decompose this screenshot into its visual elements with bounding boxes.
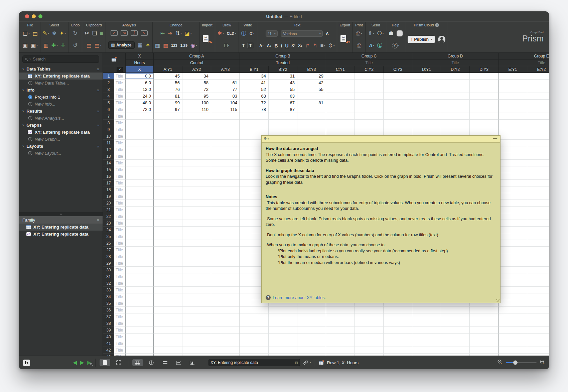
cell[interactable]: [154, 267, 182, 273]
row-header[interactable]: 27: [103, 247, 114, 253]
cell[interactable]: [211, 126, 240, 133]
sidebar-new-item[interactable]: New Info...: [19, 101, 103, 108]
cell-x[interactable]: [126, 200, 154, 207]
cell[interactable]: [527, 227, 549, 233]
row-header[interactable]: 34: [103, 293, 114, 300]
share-icon[interactable]: ⇧: [368, 31, 372, 36]
sidebar-new-item[interactable]: New Layout...: [19, 150, 103, 157]
cell[interactable]: [499, 260, 527, 267]
cell[interactable]: [441, 86, 470, 93]
row-title-cell[interactable]: Title: [114, 73, 126, 80]
row-header[interactable]: 39: [103, 327, 114, 334]
fit-dist-icon[interactable]: ∿: [141, 30, 148, 36]
cell[interactable]: [527, 293, 549, 300]
table-view-button[interactable]: [132, 359, 143, 366]
cell[interactable]: 99: [154, 100, 182, 106]
cell[interactable]: [182, 340, 211, 347]
cell[interactable]: [412, 126, 441, 133]
subcolumn-header[interactable]: A:Y2: [182, 66, 211, 73]
cell[interactable]: [527, 113, 549, 120]
cell[interactable]: [154, 180, 182, 186]
row-header[interactable]: 16: [103, 173, 114, 180]
row-header[interactable]: 32: [103, 280, 114, 287]
cell[interactable]: [499, 106, 527, 113]
cell[interactable]: [384, 347, 412, 354]
cell[interactable]: [441, 106, 470, 113]
cell[interactable]: [527, 86, 549, 93]
row-title-cell[interactable]: Title: [114, 193, 126, 200]
print-icon[interactable]: ⎙: [356, 31, 360, 36]
cell[interactable]: [154, 160, 182, 166]
cell-x[interactable]: [126, 113, 154, 120]
row-header[interactable]: 1: [103, 73, 114, 80]
cell-x[interactable]: [126, 340, 154, 347]
search-input[interactable]: [32, 56, 97, 62]
cell[interactable]: [240, 347, 269, 354]
cell[interactable]: [211, 267, 240, 273]
cell[interactable]: [499, 93, 527, 100]
table-flag-icon[interactable]: ▦: [163, 43, 168, 48]
cell[interactable]: [499, 247, 527, 253]
row-title-cell[interactable]: Title: [114, 86, 126, 93]
cell[interactable]: 95: [182, 93, 211, 100]
cell[interactable]: [154, 340, 182, 347]
cell[interactable]: [182, 146, 211, 153]
cell[interactable]: [154, 120, 182, 126]
deselect-all-icon[interactable]: ✕: [117, 67, 123, 72]
subcolumn-header[interactable]: D:Y3: [470, 66, 499, 73]
cell[interactable]: [326, 86, 355, 93]
row-title-cell[interactable]: Title: [114, 273, 126, 280]
cell[interactable]: [211, 146, 240, 153]
link-sheets-button[interactable]: ▾: [303, 360, 311, 365]
cell-x[interactable]: [126, 227, 154, 233]
cell[interactable]: [211, 140, 240, 146]
cell[interactable]: [527, 267, 549, 273]
cell[interactable]: 43: [269, 80, 297, 86]
cell[interactable]: [269, 307, 297, 313]
group-title-header[interactable]: Title: [412, 59, 499, 66]
cell-x[interactable]: [126, 334, 154, 340]
row-header[interactable]: 22: [103, 213, 114, 220]
cell[interactable]: [154, 133, 182, 140]
cell[interactable]: [182, 220, 211, 227]
note-titlebar[interactable]: ⚙▾ —: [262, 136, 500, 143]
fmt-123-icon[interactable]: 123: [171, 44, 177, 47]
subcolumn-header[interactable]: A:Y3: [211, 66, 240, 73]
cell-x[interactable]: [126, 267, 154, 273]
row-header[interactable]: 28: [103, 253, 114, 260]
cell[interactable]: [211, 73, 240, 80]
cell[interactable]: [211, 207, 240, 213]
cell[interactable]: [441, 80, 470, 86]
row-title-cell[interactable]: Title: [114, 240, 126, 247]
row-title-cell[interactable]: Title: [114, 126, 126, 133]
cell[interactable]: 72: [240, 100, 269, 106]
cell[interactable]: [269, 334, 297, 340]
cell[interactable]: [297, 106, 326, 113]
cell[interactable]: [326, 313, 355, 320]
cell[interactable]: [182, 247, 211, 253]
cell[interactable]: [211, 213, 240, 220]
cell[interactable]: [412, 327, 441, 334]
cell[interactable]: [499, 320, 527, 327]
row-title-cell[interactable]: Title: [114, 200, 126, 207]
cell[interactable]: [499, 240, 527, 247]
cell[interactable]: [326, 126, 355, 133]
cell[interactable]: [211, 173, 240, 180]
education-icon[interactable]: ☗: [389, 31, 393, 36]
cell[interactable]: [527, 253, 549, 260]
row-header[interactable]: 23: [103, 220, 114, 227]
row-header[interactable]: 3: [103, 86, 114, 93]
row-title-cell[interactable]: Title: [114, 233, 126, 240]
cell[interactable]: [499, 287, 527, 293]
cell[interactable]: [527, 93, 549, 100]
row-title-cell[interactable]: Title: [114, 293, 126, 300]
row-header[interactable]: 7: [103, 113, 114, 120]
account-button[interactable]: [438, 36, 445, 43]
prism-app-icon[interactable]: [397, 30, 403, 36]
row-title-cell[interactable]: Title: [114, 100, 126, 106]
cell[interactable]: [182, 193, 211, 200]
cell[interactable]: [211, 334, 240, 340]
clipboard2-icon[interactable]: ▤: [95, 43, 100, 48]
cell[interactable]: [154, 146, 182, 153]
cell[interactable]: [499, 233, 527, 240]
